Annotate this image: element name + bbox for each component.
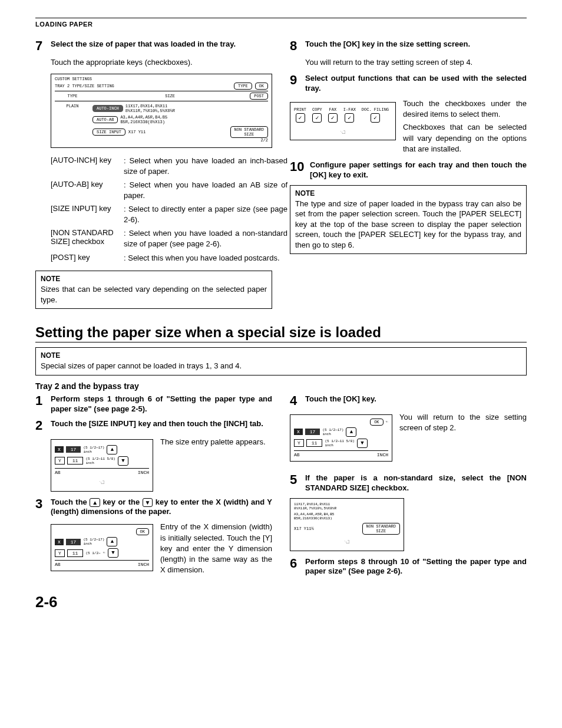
down-arrow-button-2[interactable]: ▼ xyxy=(108,548,118,558)
step-7-number: 7 xyxy=(35,39,48,52)
s2-step-6-number: 6 xyxy=(290,557,303,570)
x-tag: X xyxy=(55,446,64,453)
s2-step-4: 4 Touch the [OK] key. xyxy=(290,394,527,407)
top-rule xyxy=(35,18,527,18)
section2-subheading: Tray 2 and the bypass tray xyxy=(35,381,527,391)
cbx-fax-label: FAX xyxy=(329,107,337,112)
panel-post-button[interactable]: POST xyxy=(250,93,268,100)
cbx-copy[interactable]: ✓ xyxy=(312,113,322,123)
cbx-fax[interactable]: ✓ xyxy=(328,113,338,123)
nonstandard-checkbox[interactable]: NON STANDARD SIZE xyxy=(230,126,268,138)
settings-panel-figure: CUSTOM SETTINGS TRAY 2 TYPE/SIZE SETTING… xyxy=(51,74,272,148)
mini-ok-button-2[interactable]: OK xyxy=(370,419,383,426)
auto-inch-sizes: 11X17,8½X14,8½X11 8½X11R,7½X10½,5½X8½R xyxy=(125,104,175,113)
panel-type-button[interactable]: TYPE xyxy=(234,83,252,90)
y-value: 11 xyxy=(67,457,84,465)
s2-step-1-number: 1 xyxy=(35,394,48,407)
lower-columns: 1 Perform steps 1 through 6 of "Setting … xyxy=(35,394,527,582)
left-column: 7 Select the size of paper that was load… xyxy=(35,39,272,314)
down-arrow-button[interactable]: ▼ xyxy=(118,456,128,466)
key-auto-ab-desc: : Select when you have loaded an AB size… xyxy=(124,178,287,202)
upper-columns: 7 Select the size of paper that was load… xyxy=(35,39,527,314)
key-auto-inch-desc: : Select when you have loaded an inch-ba… xyxy=(124,154,287,178)
up-arrow-button[interactable]: ▲ xyxy=(107,445,117,454)
ab-tab-3[interactable]: AB xyxy=(294,452,300,457)
right-column: 8 Touch the [OK] key in the size setting… xyxy=(290,39,527,314)
auto-inch-button[interactable]: AUTO-INCH xyxy=(92,105,123,112)
right-note-title: NOTE xyxy=(295,189,521,197)
key-nonstandard: [NON STANDARD SIZE] checkbox xyxy=(51,226,124,251)
s2-step-2-title: Touch the [SIZE INPUT] key and then touc… xyxy=(51,419,272,429)
inline-up-arrow-icon: ▲ xyxy=(90,498,100,507)
panel-plain-label: PLAIN xyxy=(55,104,90,108)
step-8: 8 Touch the [OK] key in the size setting… xyxy=(290,39,527,52)
y-tag-3[interactable]: Y xyxy=(294,439,304,447)
panel-trayline: TRAY 2 TYPE/SIZE SETTING xyxy=(55,84,114,88)
panel-type-header: TYPE xyxy=(55,94,90,98)
s2-step-5-title: If the paper is a non-standard size, sel… xyxy=(305,473,527,493)
left-note-body: Sizes that can be selected vary dependin… xyxy=(41,284,267,305)
auto-ab-button[interactable]: AUTO-AB xyxy=(92,116,118,123)
ab-tab-2[interactable]: AB xyxy=(55,562,61,567)
auto-ab-sizes: A3,A4,A4R,A5R,B4,B5 B5R,216X330(8½X13) xyxy=(120,115,167,124)
ab-tab[interactable]: AB xyxy=(55,470,61,475)
panel-size-header: SIZE xyxy=(92,94,247,98)
s2-step-3: 3 Touch the ▲ key or the ▼ key to enter … xyxy=(35,498,272,518)
inch-tab-3[interactable]: INCH xyxy=(377,452,388,457)
s2-step-1: 1 Perform steps 1 through 6 of "Setting … xyxy=(35,394,272,414)
section2-right-column: 4 Touch the [OK] key. OK ☜ X 17 (5 1/2~1… xyxy=(290,394,527,582)
panel5-nonstd-checkbox[interactable]: NON STANDARD SIZE xyxy=(362,523,400,535)
y-tag[interactable]: Y xyxy=(55,457,65,465)
x-value-2: 17 xyxy=(66,539,81,545)
s2-step-4-number: 4 xyxy=(290,394,303,407)
page-header: LOADING PAPER xyxy=(35,21,527,28)
section2-note-title: NOTE xyxy=(41,351,521,360)
down-arrow-button-3[interactable]: ▼ xyxy=(357,439,368,448)
y-value-3: 11 xyxy=(306,439,323,447)
left-note-title: NOTE xyxy=(41,275,267,283)
hand-icon-4: ☜ xyxy=(386,420,388,424)
panel5-xy: X17 Y11½ xyxy=(294,526,314,531)
size-input-button[interactable]: SIZE INPUT xyxy=(92,129,125,136)
cbx-docfiling[interactable]: ✓ xyxy=(371,113,380,123)
key-post-desc: : Select this when you have loaded postc… xyxy=(124,251,287,265)
up-arrow-button-3[interactable]: ▲ xyxy=(346,427,356,437)
left-note-box: NOTE Sizes that can be selected vary dep… xyxy=(35,271,272,309)
step-9-body2: Checkboxes that can be selected will var… xyxy=(403,122,527,154)
y-tag-2[interactable]: Y xyxy=(55,549,65,557)
up-arrow-button-2[interactable]: ▲ xyxy=(107,537,117,546)
cbx-ifax[interactable]: ✓ xyxy=(345,113,354,123)
step-8-title: Touch the [OK] key in the size setting s… xyxy=(305,39,527,50)
x-value-3: 17 xyxy=(305,429,320,435)
mini-ok-button[interactable]: OK xyxy=(136,528,149,535)
s2-step-2: 2 Touch the [SIZE INPUT] key and then to… xyxy=(35,419,272,432)
key-size-input-desc: : Select to directly enter a paper size … xyxy=(124,202,287,226)
key-auto-inch: [AUTO-INCH] key xyxy=(51,154,124,178)
s2-step-2-body: The size entry palette appears. xyxy=(160,437,272,447)
x-range: (5 1/2~17) inch xyxy=(83,446,104,454)
x-range-2: (5 1/2~17) inch xyxy=(83,538,104,546)
hand-icon-5: ☜ xyxy=(294,537,400,547)
step-9-number: 9 xyxy=(290,74,303,87)
panel-custom-label: CUSTOM SETTINGS xyxy=(55,77,268,81)
inch-tab[interactable]: INCH xyxy=(138,470,149,475)
inch-tab-2[interactable]: INCH xyxy=(138,562,149,567)
page-number: 2-6 xyxy=(35,593,527,611)
right-note-box: NOTE The type and size of paper loaded i… xyxy=(290,185,527,255)
key-post: [POST] key xyxy=(51,251,124,265)
hand-icon: ☜ xyxy=(293,127,393,137)
cbx-print[interactable]: ✓ xyxy=(296,113,305,123)
s2-step-6: 6 Perform steps 8 through 10 of "Setting… xyxy=(290,557,527,577)
size-input-values: X17 Y11 xyxy=(128,130,146,134)
cbx-docfiling-label: DOC. FILING xyxy=(362,107,389,112)
step-9-body1: Touch the checkboxes under the desired i… xyxy=(403,98,527,120)
key-size-input: [SIZE INPUT] key xyxy=(51,202,124,226)
size-entry-panel-1: X 17 (5 1/2~17) inch ▲ Y 11 (5 1/2~11 5/… xyxy=(51,439,153,492)
s2-step-5: 5 If the paper is a non-standard size, s… xyxy=(290,473,527,493)
x-range-3: (5 1/2~17) inch xyxy=(322,428,343,436)
y-value-2: 11 xyxy=(67,549,84,557)
panel-ok-button[interactable]: OK xyxy=(255,83,268,90)
cbx-print-label: PRINT xyxy=(294,107,306,112)
x-value: 17 xyxy=(66,446,81,453)
panel5-line1: 11X17,8½X14,8½X11 8½X11R,7½X10½,5½X8½R xyxy=(294,502,400,510)
